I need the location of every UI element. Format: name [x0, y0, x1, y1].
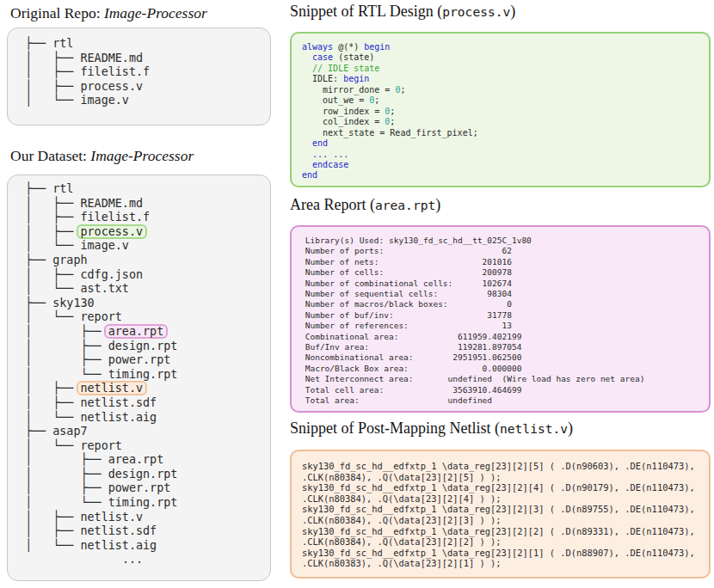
tree-branch-glyphs: │ ├──: [25, 353, 108, 366]
code-token: col_index =: [302, 117, 385, 126]
file-label: timing.rpt: [108, 496, 178, 509]
tree-line: │ └── report: [25, 439, 270, 454]
code-line: col_index = 0;: [302, 117, 699, 127]
file-label: process.v: [81, 225, 144, 238]
code-token: .CLK(n80383), .Q(\data[23][2][1] ) );: [302, 558, 501, 568]
code-line: Library(s) Used: sky130_fd_sc_hd__tt_025…: [300, 236, 700, 246]
code-line: Net Interconnect area: undefined (Wire l…: [300, 374, 700, 384]
tree-line: │ └── report: [25, 310, 270, 325]
code-line: case (state): [302, 52, 699, 63]
code-token: case: [312, 52, 333, 62]
tree-line: ├── sky130: [25, 297, 270, 311]
code-line: Macro/Black Box area: 0.000000: [300, 364, 700, 374]
tree-line: │ └── netlist.aig: [25, 539, 270, 554]
file-label: design.rpt: [108, 468, 178, 481]
file-label: ...: [122, 553, 143, 566]
file-label: asap7: [52, 425, 87, 438]
code-token: next_state = Read_first_pixel;: [302, 128, 478, 138]
tree-line: │ ├── filelist.f: [25, 211, 270, 225]
code-token: always: [302, 42, 333, 52]
code-line: ... ...: [302, 150, 699, 160]
tree-line: │ ├── power.rpt: [25, 353, 270, 368]
code-token: // IDLE state: [302, 64, 379, 73]
file-label: netlist.v: [81, 382, 144, 395]
code-token: Number of cells: 200978: [300, 267, 512, 277]
file-label: report: [81, 310, 122, 323]
tree-branch-glyphs: ├──: [25, 425, 52, 438]
rtl-snippet-title: Snippet of RTL Design (process.v): [290, 3, 515, 21]
code-token: Noncombinational area: 2951951.062500: [300, 352, 521, 362]
code-token: Number of buf/inv: 31778: [300, 310, 512, 320]
tree-branch-glyphs: │ ├──: [25, 481, 108, 494]
file-label: rtl: [52, 182, 73, 195]
file-label: netlist.sdf: [81, 396, 157, 409]
code-line: Number of buf/inv: 31778: [300, 310, 700, 321]
tree-line: │ └── netlist.aig: [25, 411, 270, 426]
code-token: [302, 52, 312, 62]
code-token: ;: [390, 117, 395, 126]
tree-line: │ └── image.v: [25, 239, 270, 254]
code-token: Library(s) Used: sky130_fd_sc_hd__tt_025…: [300, 236, 532, 245]
rtl-snippet-filename: process.v: [442, 4, 510, 19]
area-report-filename: area.rpt: [375, 198, 435, 212]
rtl-code: always @(*) begin case (state) // IDLE s…: [292, 34, 709, 187]
tree-line: ...: [25, 553, 270, 567]
code-token: sky130_fd_sc_hd__edfxtp_1 \data_reg[23][…: [302, 526, 695, 536]
code-token: ... ...: [312, 150, 348, 159]
code-token: .CLK(n80384), .Q(\data[23][2][2] ) );: [302, 536, 501, 547]
original-repo-tree-box: ├── rtl│ ├── README.md│ ├── filelist.f│ …: [7, 28, 271, 126]
netlist-code: sky130_fd_sc_hd__edfxtp_1 \data_reg[23][…: [292, 451, 709, 579]
file-label: netlist.v: [81, 511, 144, 524]
tree-branch-glyphs: │ └──: [25, 94, 81, 107]
rtl-code-box: always @(*) begin case (state) // IDLE s…: [290, 32, 711, 187]
code-line: endcase: [302, 160, 699, 170]
rtl-snippet-title-suffix: ): [510, 3, 515, 20]
tree-line: │ ├── cdfg.json: [25, 268, 270, 283]
code-token: ;: [374, 95, 379, 105]
code-token: Number of sequential cells: 98304: [300, 289, 512, 298]
code-line: Number of ports: 62: [300, 246, 700, 256]
code-token: endcase: [312, 160, 348, 169]
file-label: area.rpt: [108, 453, 164, 466]
tree-branch-glyphs: │ └──: [25, 239, 81, 252]
area-report-text: Library(s) Used: sky130_fd_sc_hd__tt_025…: [292, 227, 709, 413]
dataset-title-prefix: Our Dataset:: [10, 147, 90, 164]
file-label: sky130: [52, 297, 94, 309]
tree-branch-glyphs: │ └──: [25, 496, 108, 509]
code-token: sky130_fd_sc_hd__edfxtp_1 \data_reg[23][…: [302, 504, 695, 514]
code-token: .CLK(n80384), .Q(\data[23][2][3] ) );: [302, 515, 501, 525]
code-token: [302, 160, 312, 169]
area-report-title: Area Report (area.rpt): [290, 196, 440, 214]
code-line: .CLK(n80384), .Q(\data[23][2][4] ) );: [302, 493, 699, 505]
code-token: begin: [364, 42, 390, 52]
file-label: image.v: [81, 239, 129, 252]
tree-line: │ ├── design.rpt: [25, 468, 270, 482]
tree-branch-glyphs: │ └──: [25, 439, 81, 452]
file-label: filelist.f: [81, 211, 151, 224]
tree-branch-glyphs: │ └──: [25, 539, 81, 552]
code-line: Noncombinational area: 2951951.062500: [300, 352, 700, 363]
tree-branch-glyphs: │ ├──: [25, 268, 81, 281]
tree-branch-glyphs: │ ├──: [25, 225, 81, 238]
tree-branch-glyphs: │ ├──: [25, 468, 108, 481]
tree-line: │ ├── netlist.sdf: [25, 524, 270, 539]
tree-line: │ └── image.v: [25, 94, 270, 108]
tree-branch-glyphs: ├──: [25, 297, 52, 309]
tree-branch-glyphs: │ ├──: [25, 382, 81, 395]
tree-branch-glyphs: │ ├──: [25, 396, 81, 409]
tree-branch-glyphs: ├──: [25, 182, 52, 195]
code-line: sky130_fd_sc_hd__edfxtp_1 \data_reg[23][…: [302, 461, 699, 472]
code-token: row_index =: [302, 107, 385, 116]
code-line: IDLE: begin: [302, 74, 699, 84]
tree-line: ├── rtl: [25, 37, 270, 52]
dataset-tree: ├── rtl│ ├── README.md│ ├── filelist.f│ …: [8, 175, 270, 567]
code-line: // IDLE state: [302, 64, 699, 74]
code-token: Total area: undefined: [300, 395, 492, 405]
area-report-title-suffix: ): [435, 196, 440, 213]
file-label: README.md: [81, 197, 144, 210]
tree-branch-glyphs: │ ├──: [25, 511, 81, 524]
code-token: Combinational area: 611959.402199: [300, 332, 521, 341]
code-line: Total area: undefined: [300, 395, 700, 406]
tree-branch-glyphs: │ ├──: [25, 524, 81, 537]
tree-line: │ ├── netlist.v: [25, 511, 270, 525]
